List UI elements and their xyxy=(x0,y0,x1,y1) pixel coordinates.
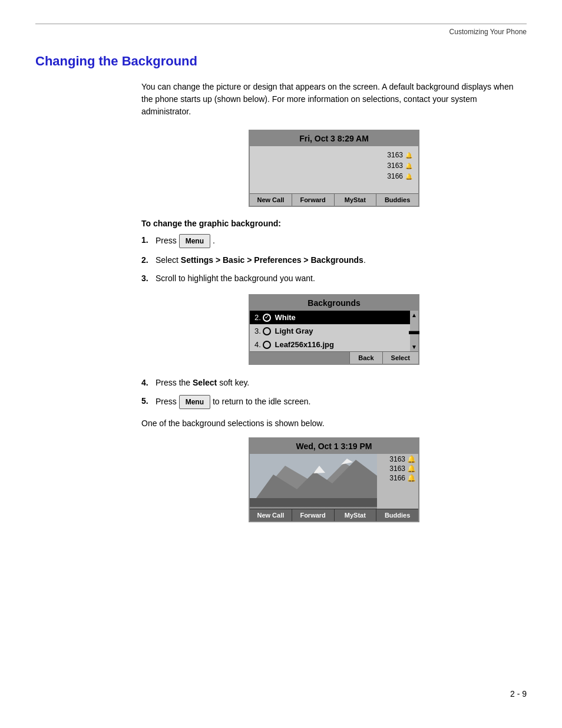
step-text-4a: Press the xyxy=(156,378,193,387)
bg-softkey-select: Select xyxy=(382,352,418,364)
step-content-4: Press the Select soft key. xyxy=(156,377,527,389)
phone-line-1: 3163 🔔 xyxy=(253,150,415,160)
step-2: 2. Select Settings > Basic > Preferences… xyxy=(141,254,527,266)
line-number-1: 3163 xyxy=(387,151,403,159)
step-num-5: 5. xyxy=(141,395,156,409)
bg-label-3: Leaf256x116.jpg xyxy=(275,340,405,349)
bg-num-2: 3. xyxy=(254,327,261,335)
phone-icon-3: 🔔 xyxy=(405,173,412,180)
section-header: Customizing Your Phone xyxy=(35,24,527,36)
phone-line-2: 3163 🔔 xyxy=(253,160,415,171)
softkey-buddies-1: Buddies xyxy=(376,194,418,206)
page-title: Changing the Background xyxy=(35,54,527,69)
phone-body-1: 3163 🔔 3163 🔔 3166 🔔 xyxy=(250,146,418,193)
step-1: 1. Press Menu . xyxy=(141,234,527,248)
m-icon-1: 🔔 xyxy=(407,455,416,463)
step-3: 3. Scroll to highlight the background yo… xyxy=(141,272,527,285)
step-text-2b: . xyxy=(363,255,366,265)
bg-row-3: 4. Leaf256x116.jpg xyxy=(250,338,410,351)
page-footer: 2 - 9 xyxy=(510,689,527,699)
bg-softkeys: Back Select xyxy=(250,351,418,364)
mountain-background xyxy=(250,454,377,509)
bg-label-1: White xyxy=(275,313,405,322)
step-text-5a: Press xyxy=(156,397,179,406)
step-text-2a: Select xyxy=(156,255,181,265)
section-title: Customizing Your Phone xyxy=(449,28,527,36)
scroll-down-icon: ▼ xyxy=(411,344,417,350)
bg-softkey-back: Back xyxy=(349,352,382,364)
softkey-newcall-1: New Call xyxy=(250,194,292,206)
bg-radio-1 xyxy=(263,314,271,322)
step-content-1: Press Menu . xyxy=(156,234,527,248)
page-number: 2 - 9 xyxy=(510,689,527,699)
phone-line-3: 3166 🔔 xyxy=(253,171,415,182)
bg-row-1: 2. White xyxy=(250,311,410,324)
step-bold-4: Select xyxy=(193,378,217,387)
step-text-4b: soft key. xyxy=(217,378,249,387)
phone-screen-2: Wed, Oct 1 3:19 PM 3163 xyxy=(249,437,419,522)
phone-right-col-2: 3163 🔔 3163 🔔 3166 🔔 xyxy=(377,454,418,509)
m-line-2: 3163 🔔 xyxy=(379,465,416,473)
step-content-3: Scroll to highlight the background you w… xyxy=(156,272,527,285)
step-text-1b: . xyxy=(213,236,215,245)
step-num-1: 1. xyxy=(141,234,156,248)
m-line-3: 3166 🔔 xyxy=(379,474,416,482)
phone-softkeys-1: New Call Forward MyStat Buddies xyxy=(250,193,418,206)
bg-radio-2 xyxy=(263,327,271,335)
scroll-mid-icon: ▬ xyxy=(409,325,419,337)
intro-text: You can change the picture or design tha… xyxy=(141,81,527,118)
scroll-up-icon: ▲ xyxy=(411,312,417,318)
m-num-1: 3163 xyxy=(389,455,405,463)
step-text-1a: Press xyxy=(156,236,179,245)
step-4: 4. Press the Select soft key. xyxy=(141,377,527,389)
bg-scrollbar: ▲ ▬ ▼ xyxy=(410,311,418,351)
step-text-5b: to return to the idle screen. xyxy=(213,397,311,406)
step-num-3: 3. xyxy=(141,272,156,285)
line-number-2: 3163 xyxy=(387,162,403,170)
step-content-2: Select Settings > Basic > Preferences > … xyxy=(156,254,527,266)
phone-icon-2: 🔔 xyxy=(405,163,412,169)
phone-icon-1: 🔔 xyxy=(405,152,412,159)
phone-header-2: Wed, Oct 1 3:19 PM xyxy=(250,439,418,454)
mountain-softkeys: New Call Forward MyStat Buddies xyxy=(250,509,418,521)
softkey-mystat-1: MyStat xyxy=(335,194,377,206)
menu-button-1: Menu xyxy=(179,234,210,248)
bg-num-1: 2. xyxy=(254,313,261,322)
backgrounds-screen: Backgrounds 2. White 3. Light Gray 4. Le… xyxy=(249,294,419,365)
phone-header-1: Fri, Oct 3 8:29 AM xyxy=(250,131,418,146)
m-num-3: 3166 xyxy=(389,474,405,482)
bg-list: 2. White 3. Light Gray 4. Leaf256x116.jp… xyxy=(250,311,410,351)
bg-row-2: 3. Light Gray xyxy=(250,324,410,338)
bg-screen-header: Backgrounds xyxy=(250,295,418,311)
line-number-3: 3166 xyxy=(387,172,403,180)
bg-radio-3 xyxy=(263,341,271,349)
m-softkey-buddies: Buddies xyxy=(376,509,418,521)
conclusion-text: One of the background selections is show… xyxy=(141,419,527,428)
step-label: To change the graphic background: xyxy=(141,219,527,228)
steps-list-2: 4. Press the Select soft key. 5. Press M… xyxy=(141,377,527,409)
bg-scroll-area: 2. White 3. Light Gray 4. Leaf256x116.jp… xyxy=(250,311,418,351)
m-icon-2: 🔔 xyxy=(407,465,416,473)
svg-rect-5 xyxy=(250,498,377,507)
m-softkey-newcall: New Call xyxy=(250,509,292,521)
step-num-2: 2. xyxy=(141,254,156,266)
m-softkey-mystat: MyStat xyxy=(335,509,377,521)
step-content-5: Press Menu to return to the idle screen. xyxy=(156,395,527,409)
step-num-4: 4. xyxy=(141,377,156,389)
phone-body-2: 3163 🔔 3163 🔔 3166 🔔 xyxy=(250,454,418,509)
softkey-forward-1: Forward xyxy=(292,194,335,206)
mountain-svg xyxy=(250,454,377,507)
menu-button-5: Menu xyxy=(179,395,210,409)
bg-label-2: Light Gray xyxy=(275,327,405,335)
m-num-2: 3163 xyxy=(389,465,405,473)
m-icon-3: 🔔 xyxy=(407,474,416,482)
steps-list-1: 1. Press Menu . 2. Select Settings > Bas… xyxy=(141,234,527,285)
m-line-1: 3163 🔔 xyxy=(379,455,416,463)
phone-screen-1: Fri, Oct 3 8:29 AM 3163 🔔 3163 🔔 3166 🔔 … xyxy=(249,130,419,207)
step-5: 5. Press Menu to return to the idle scre… xyxy=(141,395,527,409)
bg-num-3: 4. xyxy=(254,340,261,349)
m-softkey-forward: Forward xyxy=(292,509,335,521)
step-bold-2: Settings > Basic > Preferences > Backgro… xyxy=(181,255,363,265)
